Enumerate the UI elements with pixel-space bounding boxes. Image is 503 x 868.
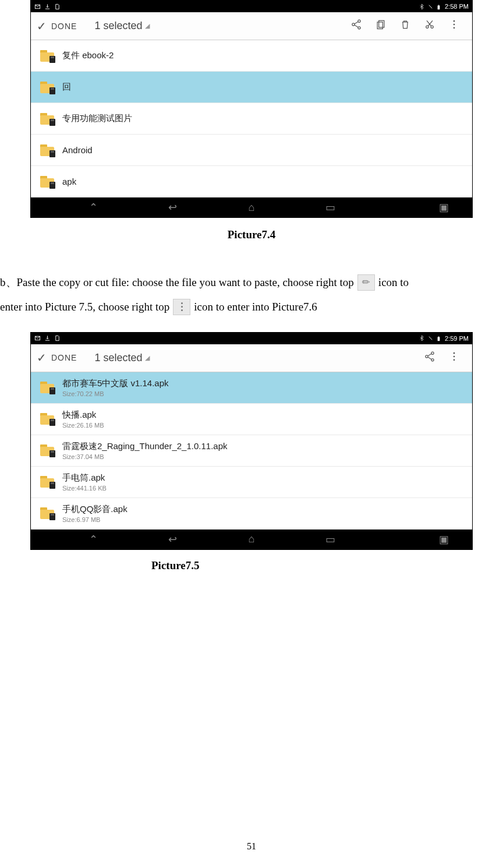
done-label[interactable]: DONE xyxy=(51,353,77,362)
page-number: 51 xyxy=(0,841,503,852)
screenshot-7-5: 2:59 PM ✓ DONE 1 selected ◢ 都市赛车5中文版 v1.… xyxy=(30,332,473,550)
folder-icon xyxy=(40,113,54,125)
done-check-icon[interactable]: ✓ xyxy=(37,351,47,365)
overflow-icon[interactable] xyxy=(442,19,466,33)
item-name: apk xyxy=(62,177,76,186)
overflow-icon[interactable] xyxy=(442,351,466,365)
selection-count[interactable]: 1 selected xyxy=(94,352,142,364)
svg-point-21 xyxy=(454,359,455,361)
svg-rect-6 xyxy=(379,20,384,27)
svg-point-4 xyxy=(352,23,355,26)
edit-icon: ✎ xyxy=(357,274,375,291)
download-icon xyxy=(44,3,51,10)
cut-icon[interactable] xyxy=(417,19,442,33)
share-icon[interactable] xyxy=(417,351,442,365)
svg-point-16 xyxy=(431,352,434,354)
system-nav-bar: ⌃ ↩ ⌂ ▭ ▣ xyxy=(31,530,472,549)
svg-point-10 xyxy=(454,20,455,22)
list-item[interactable]: 手机QQ影音.apk Size:6.97 MB xyxy=(31,498,472,530)
svg-point-17 xyxy=(426,355,428,358)
item-name: 手机QQ影音.apk xyxy=(62,504,127,515)
bluetooth-icon xyxy=(419,335,425,341)
item-name: 手电筒.apk xyxy=(62,472,107,484)
overflow-icon xyxy=(173,299,190,315)
text-run: b、Paste the copy or cut file: choose the… xyxy=(0,270,354,295)
status-bar: 2:59 PM xyxy=(31,333,472,344)
status-time: 2:59 PM xyxy=(445,335,469,342)
sdcard-icon xyxy=(54,335,61,341)
text-run: icon to enter into Picture7.6 xyxy=(194,295,317,319)
action-bar: ✓ DONE 1 selected ◢ xyxy=(31,344,472,372)
text-run: icon to xyxy=(378,270,409,295)
svg-rect-15 xyxy=(438,336,440,337)
item-size: Size:70.22 MB xyxy=(62,390,169,397)
status-time: 2:58 PM xyxy=(445,3,469,10)
email-icon xyxy=(34,335,41,341)
apk-icon xyxy=(40,382,54,393)
download-icon xyxy=(44,335,51,341)
folder-icon xyxy=(40,82,54,93)
item-size: Size:6.97 MB xyxy=(62,516,127,523)
item-size: Size:26.16 MB xyxy=(62,422,104,429)
nav-screenshot-icon[interactable]: ▣ xyxy=(370,201,449,214)
svg-point-19 xyxy=(454,352,455,354)
share-icon[interactable] xyxy=(344,19,369,33)
delete-icon[interactable] xyxy=(393,19,417,33)
wifi-off-icon xyxy=(427,335,434,341)
nav-recent-icon[interactable]: ▭ xyxy=(291,533,370,546)
battery-icon xyxy=(436,335,442,341)
list-item[interactable]: 快播.apk Size:26.16 MB xyxy=(31,404,472,435)
screenshot-7-4: 2:58 PM ✓ DONE 1 selected ◢ xyxy=(30,0,473,218)
item-name: 复件 ebook-2 xyxy=(62,50,114,61)
figure-caption: Picture7.5 xyxy=(151,559,503,572)
apk-icon xyxy=(40,476,54,488)
bluetooth-icon xyxy=(419,3,425,10)
item-name: 专用功能测试图片 xyxy=(62,113,132,124)
item-size: Size:441.16 KB xyxy=(62,485,107,492)
apk-icon xyxy=(40,507,54,519)
list-item[interactable]: apk xyxy=(31,166,472,197)
copy-icon[interactable] xyxy=(369,19,393,33)
email-icon xyxy=(34,3,41,10)
list-item[interactable]: 雷霆极速2_Raging_Thunder_2_1.0.11.apk Size:3… xyxy=(31,435,472,467)
item-name: 快播.apk xyxy=(62,410,104,421)
folder-icon xyxy=(40,144,54,156)
done-label[interactable]: DONE xyxy=(51,22,77,31)
selection-count[interactable]: 1 selected xyxy=(94,20,142,32)
folder-icon xyxy=(40,176,54,188)
svg-rect-2 xyxy=(438,5,440,5)
nav-back-icon[interactable]: ↩ xyxy=(133,533,212,546)
body-text: b、Paste the copy or cut file: choose the… xyxy=(0,270,503,319)
file-list: 复件 ebook-2 回 专用功能测试图片 Android apk xyxy=(31,40,472,197)
svg-point-20 xyxy=(454,355,455,357)
list-item[interactable]: 专用功能测试图片 xyxy=(31,103,472,135)
list-item[interactable]: 复件 ebook-2 xyxy=(31,40,472,72)
list-item[interactable]: 手电筒.apk Size:441.16 KB xyxy=(31,467,472,498)
nav-home-icon[interactable]: ⌂ xyxy=(212,533,291,545)
list-item[interactable]: 都市赛车5中文版 v1.14.apk Size:70.22 MB xyxy=(31,372,472,404)
svg-point-18 xyxy=(431,358,434,361)
nav-recent-icon[interactable]: ▭ xyxy=(291,201,370,214)
folder-icon xyxy=(40,50,54,62)
item-name: 都市赛车5中文版 v1.14.apk xyxy=(62,378,169,389)
done-check-icon[interactable]: ✓ xyxy=(37,19,47,33)
wifi-off-icon xyxy=(427,3,434,10)
apk-icon xyxy=(40,413,54,425)
svg-point-12 xyxy=(454,27,455,29)
caret-down-icon[interactable]: ◢ xyxy=(145,22,150,30)
svg-rect-1 xyxy=(438,5,440,9)
list-item[interactable]: Android xyxy=(31,135,472,166)
item-name: Android xyxy=(62,145,93,155)
nav-back-icon[interactable]: ↩ xyxy=(133,201,212,214)
list-item[interactable]: 回 xyxy=(31,72,472,103)
action-bar: ✓ DONE 1 selected ◢ xyxy=(31,12,472,40)
item-name: 回 xyxy=(62,82,71,93)
apk-icon xyxy=(40,444,54,456)
svg-point-9 xyxy=(431,26,433,28)
nav-caret-up-icon[interactable]: ⌃ xyxy=(54,533,133,546)
nav-caret-up-icon[interactable]: ⌃ xyxy=(54,201,133,214)
nav-screenshot-icon[interactable]: ▣ xyxy=(370,533,449,546)
nav-home-icon[interactable]: ⌂ xyxy=(212,202,291,214)
caret-down-icon[interactable]: ◢ xyxy=(145,354,150,362)
system-nav-bar: ⌃ ↩ ⌂ ▭ ▣ xyxy=(31,197,472,217)
